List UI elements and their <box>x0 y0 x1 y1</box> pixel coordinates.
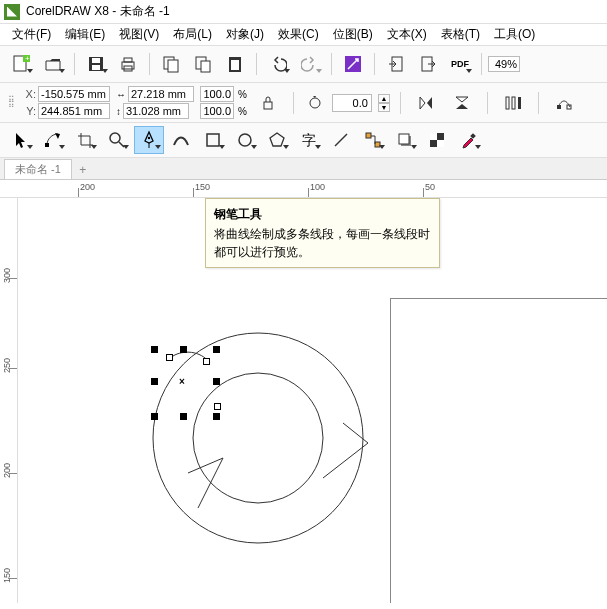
scale-group: 100.0% 100.0% <box>200 86 247 119</box>
menu-file[interactable]: 文件(F) <box>6 24 57 45</box>
svg-rect-21 <box>512 97 515 109</box>
svg-point-29 <box>239 134 251 146</box>
window-title: CorelDRAW X8 - 未命名 -1 <box>26 3 170 20</box>
svg-point-27 <box>148 137 150 139</box>
node-anchor[interactable] <box>166 354 173 361</box>
pct-label-2: % <box>238 106 247 117</box>
rectangle-tool[interactable] <box>198 126 228 154</box>
selection-handle[interactable] <box>151 413 158 420</box>
x-field[interactable]: -150.575 mm <box>38 86 110 102</box>
menu-effect[interactable]: 效果(C) <box>272 24 325 45</box>
menu-bitmap[interactable]: 位图(B) <box>327 24 379 45</box>
selection-handle[interactable] <box>180 413 187 420</box>
node-anchor[interactable] <box>203 358 210 365</box>
menu-view[interactable]: 视图(V) <box>113 24 165 45</box>
selection-handle[interactable] <box>213 378 220 385</box>
size-group: ↔27.218 mm ↕31.028 mm <box>116 86 194 119</box>
pen-tool[interactable] <box>134 126 164 154</box>
selection-handle[interactable] <box>151 346 158 353</box>
selection-center-icon: × <box>179 376 185 387</box>
svg-point-26 <box>110 133 120 143</box>
menu-object[interactable]: 对象(J) <box>220 24 270 45</box>
menu-text[interactable]: 文本(X) <box>381 24 433 45</box>
svg-rect-10 <box>168 60 178 72</box>
new-button[interactable]: + <box>6 50 36 78</box>
print-button[interactable] <box>113 50 143 78</box>
ruler-vertical: 300 250 200 150 <box>0 198 18 603</box>
zoom-tool[interactable] <box>102 126 132 154</box>
polygon-tool[interactable] <box>262 126 292 154</box>
attract-button[interactable] <box>338 50 368 78</box>
selection-handle[interactable] <box>180 346 187 353</box>
open-button[interactable] <box>38 50 68 78</box>
ruler-v-label: 250 <box>2 358 12 373</box>
mirror-h-button[interactable] <box>411 89 441 117</box>
svg-point-40 <box>193 373 323 503</box>
ruler-h-label: 50 <box>425 182 435 192</box>
ruler-h-label: 100 <box>310 182 325 192</box>
tab-document[interactable]: 未命名 -1 <box>4 159 72 179</box>
lock-ratio-button[interactable] <box>253 89 283 117</box>
ruler-v-label: 300 <box>2 268 12 283</box>
scale-y-field[interactable]: 100.0 <box>200 103 234 119</box>
rotation-stepper[interactable]: ▲ ▼ <box>378 94 390 112</box>
node-anchor[interactable] <box>214 403 221 410</box>
import-button[interactable] <box>381 50 411 78</box>
svg-text:+: + <box>25 54 30 63</box>
height-field[interactable]: 31.028 mm <box>123 103 189 119</box>
toolbox: 字 <box>0 123 607 158</box>
drop-shadow-tool[interactable] <box>390 126 420 154</box>
width-field[interactable]: 27.218 mm <box>128 86 194 102</box>
rotation-field[interactable]: 0.0 <box>332 94 372 112</box>
distribute-button[interactable] <box>498 89 528 117</box>
shape-tool[interactable] <box>38 126 68 154</box>
save-button[interactable] <box>81 50 111 78</box>
artistic-media-tool[interactable] <box>166 126 196 154</box>
svg-rect-34 <box>399 134 409 144</box>
rotation-icon <box>304 89 326 117</box>
menu-edit[interactable]: 编辑(E) <box>59 24 111 45</box>
x-label: X: <box>22 88 36 100</box>
transparency-tool[interactable] <box>422 126 452 154</box>
selection-handle[interactable] <box>151 378 158 385</box>
svg-rect-12 <box>201 61 210 72</box>
svg-rect-25 <box>45 143 49 147</box>
ruler-h-label: 150 <box>195 182 210 192</box>
crop-tool[interactable] <box>70 126 100 154</box>
standard-toolbar: + PDF 49% <box>0 46 607 83</box>
pdf-button[interactable]: PDF <box>445 50 475 78</box>
node-edit-button[interactable] <box>549 89 579 117</box>
scale-x-field[interactable]: 100.0 <box>200 86 234 102</box>
copy-button[interactable] <box>156 50 186 78</box>
undo-button[interactable] <box>263 50 293 78</box>
ruler-v-label: 200 <box>2 463 12 478</box>
menu-table[interactable]: 表格(T) <box>435 24 486 45</box>
svg-rect-5 <box>92 65 100 70</box>
selection-handle[interactable] <box>213 346 220 353</box>
clipboard-button[interactable] <box>220 50 250 78</box>
export-button[interactable] <box>413 50 443 78</box>
y-field[interactable]: 244.851 mm <box>38 103 110 119</box>
redo-button[interactable] <box>295 50 325 78</box>
svg-rect-36 <box>430 133 437 140</box>
selection-handle[interactable] <box>213 413 220 420</box>
svg-rect-31 <box>366 133 371 138</box>
ellipse-tool[interactable] <box>230 126 260 154</box>
zoom-field[interactable]: 49% <box>488 56 520 72</box>
workspace[interactable]: 300 250 200 150 × 钢笔工具 将曲线绘制成多条线段，每画一条线段… <box>0 198 607 603</box>
eyedropper-tool[interactable] <box>454 126 484 154</box>
text-tool[interactable]: 字 <box>294 126 324 154</box>
ruler-horizontal: 200 150 100 50 <box>0 180 607 198</box>
connector-tool[interactable] <box>358 126 388 154</box>
mirror-v-button[interactable] <box>447 89 477 117</box>
drawing-object[interactable] <box>128 308 388 568</box>
paste-button[interactable] <box>188 50 218 78</box>
svg-rect-4 <box>92 58 100 63</box>
add-tab-button[interactable]: + <box>74 161 92 179</box>
menu-layout[interactable]: 布局(L) <box>167 24 218 45</box>
menu-tools[interactable]: 工具(O) <box>488 24 541 45</box>
tooltip: 钢笔工具 将曲线绘制成多条线段，每画一条线段时都可以进行预览。 <box>205 198 440 268</box>
line-tool[interactable] <box>326 126 356 154</box>
pick-tool[interactable] <box>6 126 36 154</box>
y-label: Y: <box>22 105 36 117</box>
